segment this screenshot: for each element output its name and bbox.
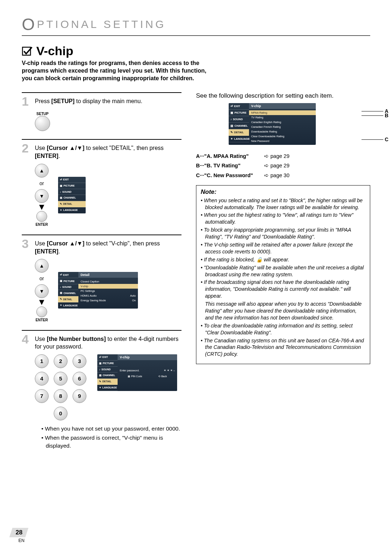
note-list: When you select a rating and set it to "…: [201, 197, 366, 358]
num-button: 0: [54, 407, 68, 420]
section-title-row: V-chip: [22, 44, 370, 58]
num-button: 6: [73, 372, 86, 386]
page-ref-arrow-icon: ➪: [264, 171, 269, 180]
num-button: 5: [54, 372, 68, 386]
reference-table: A···"A. MPAA Rating" ➪ page 29 B···"B. T…: [196, 151, 370, 180]
osd-menu-detail: ⏎EXIT ▣PICTURE ♪SOUND ▤CHANNEL ✎DETAIL ✦…: [58, 177, 86, 213]
num-button: 7: [35, 389, 49, 403]
num-button: 3: [73, 354, 86, 368]
osd-detail-list: ⏎EXIT ▣PICTURE ♪SOUND ▤CHANNEL ✎DETAIL ✦…: [58, 272, 138, 309]
num-button: 9: [73, 389, 86, 403]
osd-vchip-password: ⏎EXIT ▣PICTURE ♪SOUND ▤CHANNEL ✎DETAIL ✦…: [97, 354, 177, 391]
section-intro: V-chip reads the ratings for programs, t…: [22, 60, 218, 82]
step-number: 4: [22, 333, 30, 345]
num-button: 2: [54, 354, 68, 368]
note-title: Note:: [201, 188, 366, 196]
section-title: V-chip: [36, 44, 73, 58]
page-header: OPTIONAL SETTING: [22, 15, 370, 36]
num-button: 8: [54, 389, 68, 403]
see-description: See the following description for settin…: [196, 92, 370, 99]
checkbox-icon: [22, 46, 33, 57]
step-1: 1 Press [SETUP] to display the main menu…: [22, 92, 181, 131]
page-ref-arrow-icon: ➪: [264, 151, 269, 161]
cursor-up-down-illus: ▲ or ▼ ▼ ENTER: [35, 164, 49, 227]
setup-button-illus: SETUP: [35, 111, 50, 131]
step-2: 2 Use [Cursor ▲/▼] to select "DETAIL", t…: [22, 139, 181, 227]
cursor-up-down-illus: ▲ or ▼ ▼ ENTER: [35, 259, 49, 322]
step-text: Use [Cursor ▲/▼] to select "DETAIL", the…: [35, 142, 181, 160]
step-3: 3 Use [Cursor ▲/▼] to select "V-chip", t…: [22, 235, 181, 322]
step-4: 4 Use [the Number buttons] to enter the …: [22, 330, 181, 450]
step-number: 2: [22, 142, 30, 154]
num-button: 1: [35, 354, 49, 368]
page-number: 28 EN: [11, 528, 27, 543]
step-text: Use [Cursor ▲/▼] to select "V-chip", the…: [35, 237, 181, 255]
num-button: 4: [35, 372, 49, 386]
number-pad-illus: 1 2 3 4 5 6 7 8 9 0: [35, 354, 88, 420]
step4-bullets: When you have not set up your password, …: [41, 425, 181, 450]
step-number: 3: [22, 237, 30, 250]
step-text: Use [the Number buttons] to enter the 4-…: [35, 333, 181, 351]
step-text: Press [SETUP] to display the main menu.: [35, 95, 181, 105]
step-number: 1: [22, 95, 30, 107]
osd-vchip-menu-callout: ⏎EXIT ▣PICTURE ♪SOUND ▤CHANNEL ✎DETAIL ✦…: [229, 103, 370, 145]
note-box: Note: When you select a rating and set i…: [196, 185, 370, 364]
page-ref-arrow-icon: ➪: [264, 161, 269, 170]
